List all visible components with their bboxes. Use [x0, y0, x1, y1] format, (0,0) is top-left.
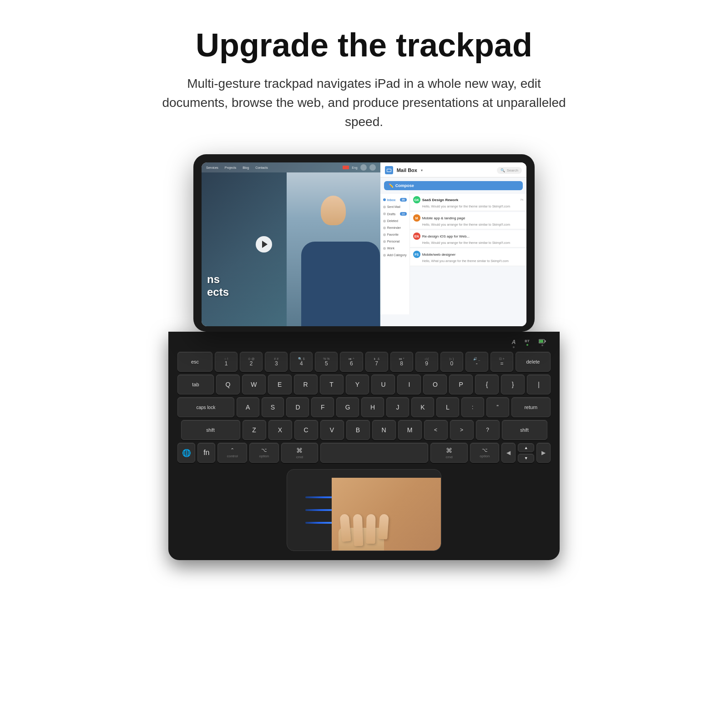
key-1[interactable]: ○ ! 1 [215, 352, 238, 372]
folder-dot [383, 254, 386, 257]
folder-dot [383, 233, 386, 236]
folder-inbox[interactable]: Inbox 35 [380, 196, 410, 203]
finger-4 [378, 514, 389, 540]
key-r[interactable]: R [294, 374, 318, 394]
person-silhouette [287, 172, 380, 326]
key-arrow-left[interactable]: ◀ [501, 443, 516, 463]
key-arrow-right[interactable]: ▶ [536, 443, 551, 463]
avatar: FS [413, 251, 420, 258]
key-l[interactable]: L [436, 397, 459, 417]
key-backslash[interactable]: | [527, 374, 551, 394]
trackpad[interactable] [287, 469, 441, 551]
folder-deleted[interactable]: Deleted [380, 217, 410, 224]
arrow-line [305, 522, 333, 524]
folder-favorite[interactable]: Favorite [380, 231, 410, 238]
key-return[interactable]: return [511, 397, 551, 417]
mail-item[interactable]: M Mobile app & landing page Hello, Would… [410, 212, 526, 229]
key-c[interactable]: C [294, 420, 318, 440]
mail-item[interactable]: FS Mobile/web designer Hello, What you a… [410, 248, 526, 266]
key-w[interactable]: W [242, 374, 266, 394]
key-capslock[interactable]: caps lock [177, 397, 234, 417]
key-comma[interactable]: < [424, 420, 448, 440]
key-bracket-l[interactable]: { [475, 374, 499, 394]
key-bracket-r[interactable]: } [501, 374, 525, 394]
key-equals[interactable]: ⊡ + = [490, 352, 513, 372]
key-fn[interactable]: fn [197, 443, 215, 463]
key-b[interactable]: B [346, 420, 370, 440]
nav-btn-1 [360, 164, 367, 171]
folder-personal[interactable]: Personal [380, 238, 410, 245]
key-i[interactable]: I [397, 374, 421, 394]
key-j[interactable]: J [386, 397, 409, 417]
mail-search[interactable]: 🔍 Search [497, 167, 522, 174]
key-m[interactable]: M [398, 420, 422, 440]
key-s[interactable]: S [262, 397, 284, 417]
key-delete[interactable]: delete [516, 352, 551, 372]
key-a[interactable]: A [237, 397, 259, 417]
key-t[interactable]: T [320, 374, 344, 394]
key-z[interactable]: Z [243, 420, 266, 440]
key-2[interactable]: ⊙ @ 2 [240, 352, 263, 372]
folder-sent[interactable]: Sent Mail [380, 203, 410, 210]
key-f[interactable]: F [311, 397, 334, 417]
key-8[interactable]: ⏭ * 8 [390, 352, 413, 372]
key-n[interactable]: N [372, 420, 396, 440]
key-3[interactable]: # # 3 [265, 352, 288, 372]
folder-dot [383, 240, 386, 243]
key-shift-l[interactable]: shift [181, 420, 240, 440]
key-0[interactable]: ▷ ) 0 [440, 352, 463, 372]
hand-area [332, 478, 441, 551]
key-slash[interactable]: ? [476, 420, 500, 440]
zxcv-row: shift Z X C V B N M < > ? shift [177, 420, 551, 440]
key-shift-r[interactable]: shift [502, 420, 547, 440]
key-v[interactable]: V [320, 420, 344, 440]
key-g[interactable]: G [336, 397, 359, 417]
key-cmd-l[interactable]: ⌘ cmd [281, 443, 318, 463]
compose-button[interactable]: ✏️ Compose [384, 181, 523, 190]
key-tab[interactable]: tab [177, 374, 214, 394]
folder-add[interactable]: Add Category [380, 252, 410, 258]
key-period[interactable]: > [450, 420, 474, 440]
folder-reminder[interactable]: Reminder [380, 224, 410, 231]
key-p[interactable]: P [449, 374, 473, 394]
key-option-l[interactable]: ⌥ option [249, 443, 279, 463]
key-o[interactable]: O [423, 374, 447, 394]
key-h[interactable]: H [361, 397, 384, 417]
mail-subject: Mobile app & landing page [422, 216, 465, 220]
key-space[interactable] [320, 443, 428, 463]
key-globe[interactable]: 🌐 [177, 443, 195, 463]
key-u[interactable]: U [371, 374, 395, 394]
key-esc[interactable]: esc [177, 352, 212, 372]
key-arrow-down[interactable]: ▼ [518, 454, 534, 463]
key-control[interactable]: ⌃ control [217, 443, 247, 463]
status-dot [541, 344, 543, 346]
avatar: GK [413, 196, 420, 203]
flag-icon [343, 166, 349, 169]
key-6[interactable]: ⏮ ^ 6 [340, 352, 363, 372]
screen-nav: Services Projects Blog Contacts Eng [202, 162, 380, 172]
key-7[interactable]: ⏵ & 7 [365, 352, 388, 372]
key-option-r[interactable]: ⌥ option [470, 443, 500, 463]
key-x[interactable]: X [268, 420, 292, 440]
folder-work[interactable]: Work [380, 245, 410, 252]
key-4[interactable]: 🔍 $ 4 [290, 352, 313, 372]
key-cmd-r[interactable]: ⌘ cmd [430, 443, 468, 463]
play-button[interactable] [256, 236, 272, 253]
key-semicolon[interactable]: : [461, 397, 484, 417]
key-y[interactable]: Y [346, 374, 369, 394]
key-q[interactable]: Q [216, 374, 240, 394]
folder-drafts[interactable]: Drafts 16 [380, 210, 410, 217]
key-5[interactable]: % % 5 [315, 352, 338, 372]
key-k[interactable]: K [411, 397, 434, 417]
mail-item[interactable]: EN Re-design iOS app for Web... Hello, W… [410, 230, 526, 248]
key-minus[interactable]: 🔊 _ - [465, 352, 488, 372]
mail-item-header: GK SaaS Design Rework 7h [413, 196, 523, 203]
key-e[interactable]: E [268, 374, 292, 394]
key-d[interactable]: D [286, 397, 309, 417]
key-arrow-up[interactable]: ▲ [518, 443, 534, 452]
key-9[interactable]: ◁ ( 9 [415, 352, 438, 372]
folder-dot [383, 247, 386, 250]
mail-item[interactable]: GK SaaS Design Rework 7h Hello, Would yo… [410, 194, 526, 211]
mail-preview: Hello, Would you arrange for the theme s… [422, 204, 523, 208]
key-quote[interactable]: " [486, 397, 509, 417]
